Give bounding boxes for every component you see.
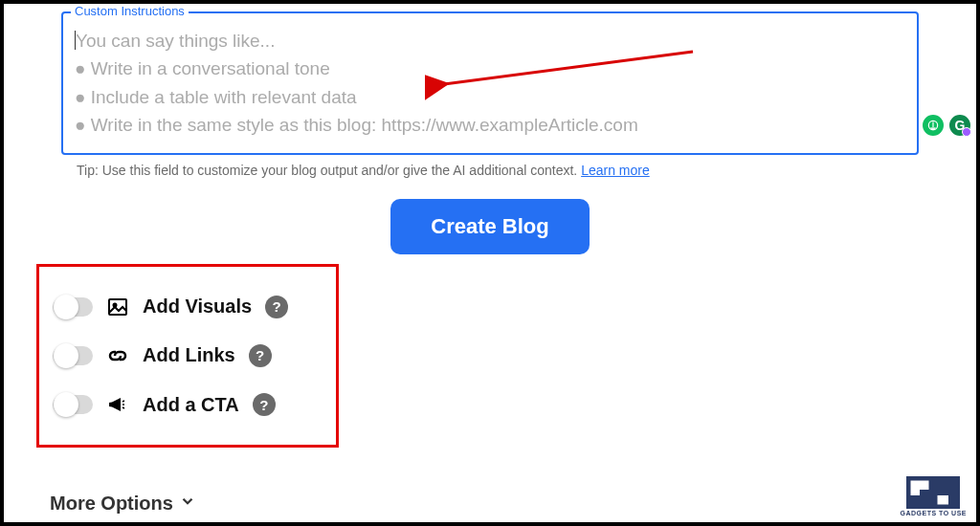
toggle-links[interactable]: [53, 346, 93, 365]
create-blog-button[interactable]: Create Blog: [390, 199, 589, 254]
toggle-cta[interactable]: [53, 395, 93, 414]
placeholder-line-2: ● Write in a conversational tone: [75, 55, 905, 82]
svg-rect-5: [908, 495, 931, 507]
help-icon[interactable]: ?: [253, 393, 276, 416]
watermark-logo: GADGETS TO USE: [901, 476, 968, 516]
custom-instructions-placeholder: You can say things like... ● Write in a …: [75, 27, 905, 140]
svg-rect-8: [935, 478, 958, 495]
placeholder-line-3: ● Include a table with relevant data: [75, 83, 905, 111]
more-options-button[interactable]: More Options: [50, 493, 196, 515]
watermark-text: GADGETS TO USE: [901, 510, 968, 516]
option-row-cta: Add a CTA ?: [53, 393, 323, 416]
svg-rect-9: [948, 495, 958, 507]
learn-more-link[interactable]: Learn more: [581, 163, 650, 178]
tip-content: Tip: Use this field to customize your bl…: [77, 163, 581, 178]
svg-rect-6: [920, 490, 931, 495]
tip-text: Tip: Use this field to customize your bl…: [77, 163, 919, 178]
image-icon: [106, 296, 129, 318]
label-links: Add Links: [143, 344, 235, 366]
option-row-visuals: Add Visuals ?: [53, 296, 323, 318]
custom-instructions-legend: Custom Instructions: [71, 4, 189, 18]
megaphone-icon: [106, 393, 129, 416]
placeholder-line-1: You can say things like...: [75, 27, 905, 55]
help-icon[interactable]: ?: [265, 296, 288, 318]
custom-instructions-field[interactable]: Custom Instructions You can say things l…: [61, 11, 919, 155]
more-options-label: More Options: [50, 493, 173, 515]
options-highlight-box: Add Visuals ? Add Links ? Add a CTA ?: [36, 264, 339, 448]
label-cta: Add a CTA: [143, 394, 239, 416]
chevron-down-icon: [179, 493, 196, 515]
toggle-visuals[interactable]: [53, 297, 93, 317]
link-icon: [106, 344, 129, 367]
extension-icon-1[interactable]: [921, 113, 946, 138]
option-row-links: Add Links ?: [53, 344, 323, 367]
placeholder-line-4: ● Write in the same style as this blog: …: [75, 111, 905, 139]
browser-extension-badges: G: [921, 113, 972, 138]
grammarly-icon[interactable]: G: [947, 113, 972, 138]
help-icon[interactable]: ?: [249, 344, 272, 367]
label-visuals: Add Visuals: [143, 296, 252, 318]
